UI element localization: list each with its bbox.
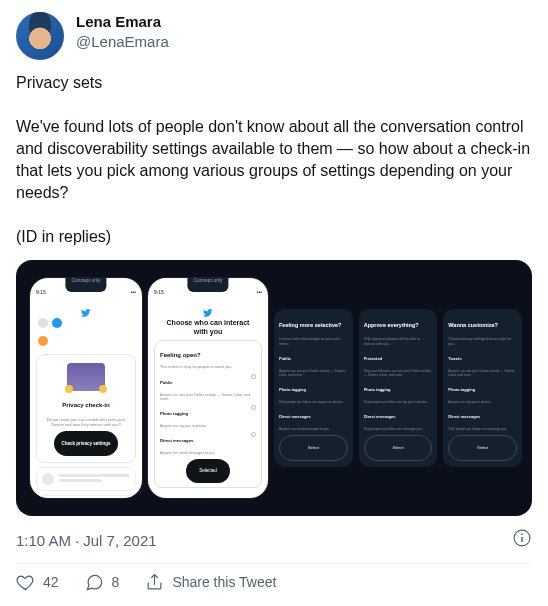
tweet-actions: 42 8 Share this Tweet	[16, 572, 532, 592]
tweet-time[interactable]: 1:10 AM	[16, 531, 71, 551]
tweet-header: Lena Emara @LenaEmara	[16, 12, 532, 60]
tweet-meta: 1:10 AM Jul 7, 2021	[16, 528, 532, 553]
phone1-cta: Check privacy settings	[54, 431, 117, 456]
twitter-logo-icon	[81, 304, 91, 314]
like-count: 42	[43, 572, 59, 592]
reply-icon	[85, 573, 104, 592]
svg-rect-1	[521, 537, 523, 542]
side-card-approve: Approve everything? Only approved people…	[359, 309, 438, 467]
avatar[interactable]	[16, 12, 64, 60]
info-icon[interactable]	[512, 528, 532, 553]
svg-point-2	[521, 533, 523, 535]
phone2-title: Choose who can interact with you	[148, 314, 268, 338]
reply-count: 8	[112, 572, 120, 592]
concept-badge: Concept only	[187, 278, 228, 292]
handle: @LenaEmara	[76, 32, 169, 52]
author-names[interactable]: Lena Emara @LenaEmara	[76, 12, 169, 52]
phone1-title: Privacy check-in	[43, 395, 129, 415]
media-content: Concept only 9:15••• Privacy check-in Do…	[16, 260, 532, 516]
concept-badge: Concept only	[65, 278, 106, 292]
phone-mock-1: Concept only 9:15••• Privacy check-in Do…	[30, 278, 142, 498]
side-card-selective: Feeling more selective? Connect with mor…	[274, 309, 353, 467]
twitter-logo-icon	[203, 304, 213, 314]
share-icon	[145, 573, 164, 592]
share-button[interactable]: Share this Tweet	[145, 572, 276, 592]
divider	[16, 563, 532, 564]
heart-icon	[16, 573, 35, 592]
display-name: Lena Emara	[76, 12, 169, 32]
tweet-date[interactable]: Jul 7, 2021	[75, 531, 157, 551]
phone1-sub: Do you know you can control who sees you…	[43, 417, 129, 427]
tweet-media[interactable]: Concept only 9:15••• Privacy check-in Do…	[16, 260, 532, 516]
side-cards: Feeling more selective? Connect with mor…	[274, 309, 522, 467]
side-card-customize: Wanna customize? Choose privacy settings…	[443, 309, 522, 467]
tweet-text: Privacy sets We've found lots of people …	[16, 72, 532, 248]
share-label: Share this Tweet	[172, 572, 276, 592]
like-button[interactable]: 42	[16, 572, 59, 592]
reply-button[interactable]: 8	[85, 572, 120, 592]
phone-mock-2: Concept only 9:15••• Choose who can inte…	[148, 278, 268, 498]
